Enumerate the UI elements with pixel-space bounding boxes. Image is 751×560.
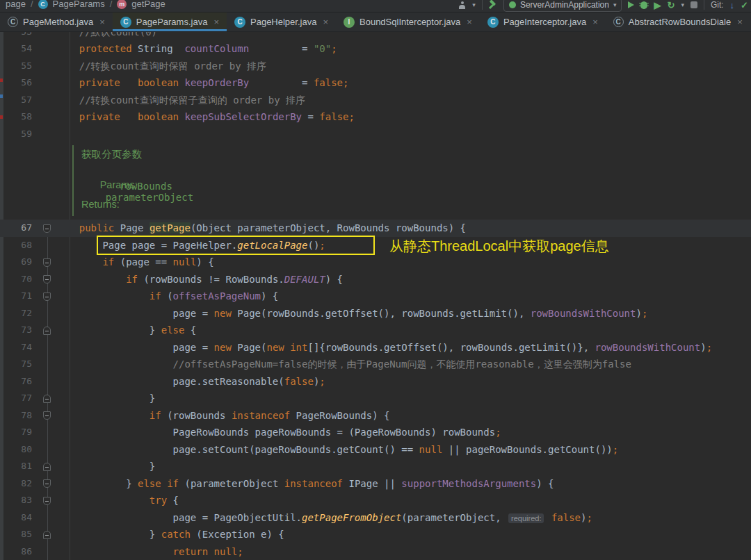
tab-PageMethod.java[interactable]: CPageMethod.java× [0,13,113,31]
fold-open-icon[interactable] [43,293,51,301]
code-line[interactable]: 53 //默认count(0) [0,32,751,40]
code-line[interactable]: 85 } catch (Exception e) { [0,526,751,543]
line-number[interactable]: 84 [0,509,32,527]
line-number[interactable]: 71 [0,288,32,305]
code-text: } [56,390,155,407]
code-line[interactable]: 73 } else { [0,322,751,339]
code-line[interactable]: 70 if (rowBounds != RowBounds.DEFAULT) { [0,271,751,288]
code-line[interactable]: 79 PageRowBounds pageRowBounds = (PageRo… [0,424,751,441]
fold-open-icon[interactable] [43,275,51,283]
line-number[interactable]: 59 [0,126,32,143]
close-icon[interactable]: × [99,17,105,27]
chevron-down-icon[interactable]: ▾ [472,1,476,8]
fold-close-icon[interactable] [43,395,51,403]
fold-open-icon[interactable] [43,497,51,505]
line-number[interactable]: 56 [0,74,32,92]
code-token: instanceof [232,410,290,421]
fold-close-icon[interactable] [43,531,51,539]
edge-stripe-mark [0,94,3,98]
line-number[interactable]: 58 [0,108,32,126]
tab-PageParams.java[interactable]: CPageParams.java× [113,13,227,31]
fold-close-icon[interactable] [43,327,51,335]
code-line[interactable]: 56 private boolean keepOrderBy = false; [0,74,751,92]
code-line[interactable]: 69 if (page == null) { [0,254,751,271]
line-number[interactable]: 83 [0,492,32,509]
coverage-icon[interactable]: ▶ [654,0,661,10]
close-icon[interactable]: × [467,17,472,27]
code-line[interactable]: 81 } [0,458,751,475]
line-number[interactable]: 73 [0,322,32,339]
code-line[interactable]: 67 public Page getPage(Object parameterO… [0,220,751,237]
code-line[interactable]: 59 [0,126,751,143]
code-line[interactable]: 80 page.setCount(pageRowBounds.getCount(… [0,441,751,459]
code-line[interactable]: 55 //转换count查询时保留 order by 排序 [0,58,751,75]
close-icon[interactable]: × [592,17,598,27]
code-line[interactable]: 75 //offsetAsPageNum=false的时候，由于PageNum问… [0,356,751,373]
fold-close-icon[interactable] [43,463,51,471]
line-number[interactable]: 75 [0,356,32,373]
code-line[interactable]: 57 //转换count查询时保留子查询的 order by 排序 [0,92,751,109]
line-number[interactable]: 80 [0,441,32,459]
tab-PageHelper.java[interactable]: CPageHelper.java× [227,13,336,31]
line-number[interactable]: 57 [0,92,32,109]
line-number[interactable]: 76 [0,373,32,390]
code-line[interactable]: 82 } else if (parameterObject instanceof… [0,475,751,493]
code-text: page.setCount(pageRowBounds.getCount() =… [56,441,618,459]
rerun-icon[interactable]: ↻ [667,0,675,10]
line-number[interactable]: 69 [0,254,32,271]
code-line[interactable]: 76 page.setReasonable(false); [0,373,751,390]
line-number[interactable]: 81 [0,458,32,475]
fold-open-icon[interactable] [43,224,51,233]
line-number[interactable]: 86 [0,543,32,560]
breadcrumb-item-PageParams[interactable]: PageParams [53,0,105,13]
fold-open-icon[interactable] [43,479,51,488]
line-number[interactable]: 72 [0,305,32,322]
line-number[interactable]: 78 [0,407,32,425]
chevron-down-icon[interactable]: ▾ [681,1,684,8]
fold-open-icon[interactable] [43,258,51,267]
user-icon[interactable] [458,1,466,9]
code-line[interactable]: 71 if (offsetAsPageNum) { [0,288,751,305]
line-number[interactable]: 68 [0,237,32,254]
line-number[interactable]: 70 [0,271,32,288]
code-token: ; [343,77,348,88]
line-number[interactable]: 82 [0,475,32,493]
close-icon[interactable]: × [323,17,328,27]
code-line[interactable]: 58 private boolean keepSubSelectOrderBy … [0,108,751,126]
line-number[interactable]: 53 [0,32,32,40]
breadcrumb-item-getPage[interactable]: getPage [131,0,165,13]
line-number[interactable]: 77 [0,390,32,407]
code-line[interactable]: 78 if (rowBounds instanceof PageRowBound… [0,407,751,425]
close-icon[interactable]: × [213,17,219,27]
line-number[interactable]: 79 [0,424,32,441]
build-hammer-icon[interactable] [489,1,497,9]
line-number[interactable]: 85 [0,526,32,543]
tab-BoundSqlInterceptor.java[interactable]: IBoundSqlInterceptor.java× [336,13,480,31]
code-token: ; [706,342,712,353]
code-line[interactable]: 84 page = PageObjectUtil.getPageFromObje… [0,509,751,527]
line-number[interactable]: 67 [0,220,32,237]
code-line[interactable]: 83 try { [0,492,751,509]
line-number[interactable]: 55 [0,58,32,75]
tab-PageInterceptor.java[interactable]: CPageInterceptor.java× [480,13,606,31]
code-token: rowBoundsWithCount [595,342,701,353]
breadcrumb-item-page[interactable]: page [6,0,26,13]
code-text: } [56,458,155,475]
code-line[interactable]: 54 protected String countColumn = "0"; [0,40,751,58]
code-editor[interactable]: 53 //默认count(0)54 protected String count… [0,32,751,560]
tab-AbstractRowBoundsDiale[interactable]: CAbstractRowBoundsDiale× [606,13,750,31]
code-line[interactable]: 77 } [0,390,751,407]
git-update-icon[interactable]: ↓ [730,0,735,10]
git-commit-icon[interactable]: ✓ [741,0,748,10]
code-line[interactable]: 86 return null; [0,543,751,560]
line-number[interactable]: 54 [0,40,32,58]
run-configuration-select[interactable]: ServerAdminApplication ▾ [503,0,622,12]
line-number[interactable]: 74 [0,339,32,356]
code-line[interactable]: 72 page = new Page(rowBounds.getOffset()… [0,305,751,322]
run-icon[interactable] [628,1,634,8]
debug-icon[interactable] [640,1,647,9]
close-icon[interactable]: × [737,17,743,27]
code-line[interactable]: 74 page = new Page(new int[]{rowBounds.g… [0,339,751,356]
fold-open-icon[interactable] [43,411,51,420]
stop-icon[interactable] [691,1,697,8]
